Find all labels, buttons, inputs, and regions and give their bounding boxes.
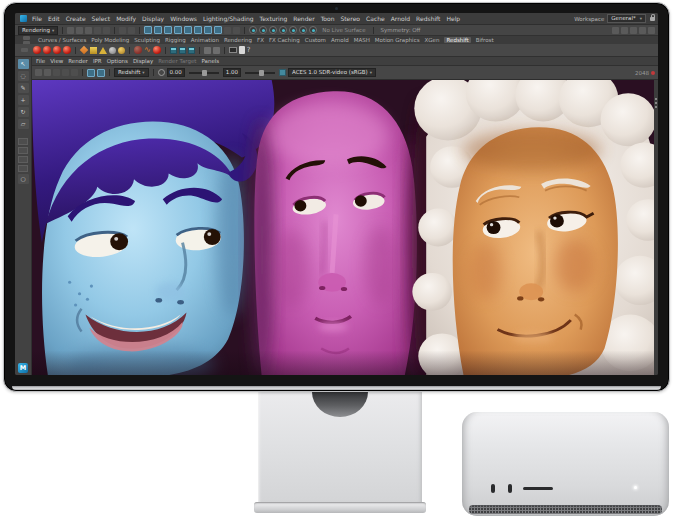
construction-history-icon[interactable]: [249, 26, 257, 34]
rotate-tool-icon[interactable]: ↻: [18, 107, 29, 117]
save-scene-icon[interactable]: [85, 27, 92, 34]
make-live-icon[interactable]: [194, 26, 202, 34]
menu-item[interactable]: Texturing: [257, 15, 291, 22]
menu-item[interactable]: Render: [290, 15, 317, 22]
snapshot-icon[interactable]: [35, 69, 42, 76]
panel-handle[interactable]: [654, 80, 658, 375]
colorspace-checkbox[interactable]: [279, 69, 286, 76]
redshift-volume-icon[interactable]: [153, 46, 161, 54]
redshift-incandescent-icon[interactable]: [63, 46, 71, 54]
output-connections-icon[interactable]: [233, 27, 240, 34]
snap-view-plane-icon[interactable]: [184, 26, 192, 34]
symmetry-label[interactable]: Symmetry: Off: [381, 27, 421, 33]
workspace-dropdown[interactable]: General*: [607, 14, 646, 23]
render-view-menu-item[interactable]: Display: [133, 58, 153, 64]
redshift-portal-light-icon[interactable]: [99, 47, 107, 54]
shelf-tab[interactable]: MASH: [354, 37, 370, 43]
render-view-menu-item[interactable]: View: [50, 58, 63, 64]
shelf-tab[interactable]: Custom: [305, 37, 326, 43]
sidebar-modeling-toolkit-icon[interactable]: [612, 27, 619, 34]
render-region-icon[interactable]: [97, 69, 105, 77]
menu-item[interactable]: Lighting/Shading: [200, 15, 257, 22]
gamma-value[interactable]: 1.00: [223, 68, 241, 77]
snap-mode-icon[interactable]: [204, 26, 212, 34]
renderer-dropdown[interactable]: Redshift: [114, 68, 149, 77]
render-view-menu-item[interactable]: Options: [107, 58, 128, 64]
shelf-tab[interactable]: Redshift: [444, 37, 470, 43]
redshift-physical-light-icon[interactable]: [80, 46, 88, 54]
menu-item[interactable]: Arnold: [388, 15, 413, 22]
light-editor-icon[interactable]: [299, 26, 307, 34]
sidebar-attribute-editor-icon[interactable]: [621, 27, 628, 34]
render-settings-icon[interactable]: [279, 26, 287, 34]
release-notes-icon[interactable]: [239, 46, 245, 54]
zoom-out-icon[interactable]: [53, 69, 60, 76]
shelf-tab[interactable]: Sculpting: [134, 37, 160, 43]
ipr-render-icon[interactable]: [269, 26, 277, 34]
new-scene-icon[interactable]: [67, 27, 74, 34]
menu-item[interactable]: Edit: [45, 15, 63, 22]
menu-item[interactable]: Toon: [318, 15, 338, 22]
menu-item[interactable]: Select: [89, 15, 114, 22]
shelf-tab[interactable]: FX Caching: [269, 37, 300, 43]
layout-persp-outliner-icon[interactable]: [18, 156, 28, 163]
menu-item[interactable]: Windows: [167, 15, 200, 22]
paint-select-tool-icon[interactable]: ✎: [18, 83, 29, 93]
maya-app-menu-icon[interactable]: [20, 15, 27, 22]
maya-app-icon[interactable]: M: [18, 363, 28, 373]
menu-item[interactable]: Create: [63, 15, 89, 22]
shelf-tab[interactable]: Arnold: [331, 37, 349, 43]
sidebar-channel-box-icon[interactable]: [639, 27, 646, 34]
scale-tool-icon[interactable]: ▱: [18, 119, 29, 129]
render-view-menu-item[interactable]: Panels: [202, 58, 220, 64]
menu-set-dropdown[interactable]: Rendering: [18, 26, 58, 35]
redshift-dome-light-icon[interactable]: [90, 47, 97, 54]
snap-release-icon[interactable]: [214, 26, 222, 34]
shelf-menu-icon[interactable]: [17, 48, 31, 52]
snap-projected-center-icon[interactable]: [174, 26, 182, 34]
menu-item[interactable]: Cache: [363, 15, 388, 22]
snap-curve-icon[interactable]: [154, 26, 162, 34]
zoom-in-icon[interactable]: [71, 69, 78, 76]
redshift-trace-set-icon[interactable]: [188, 47, 195, 54]
redshift-bake-icon[interactable]: [204, 47, 211, 54]
exposure-value[interactable]: 0.00: [167, 68, 185, 77]
sidebar-outliner-icon[interactable]: [648, 27, 655, 34]
open-scene-icon[interactable]: [76, 27, 83, 34]
gear-icon[interactable]: [158, 69, 165, 76]
gamma-slider[interactable]: [245, 72, 275, 74]
menu-item[interactable]: Redshift: [413, 15, 443, 22]
layout-four-pane-icon[interactable]: [18, 147, 28, 154]
move-tool-icon[interactable]: +: [18, 95, 29, 105]
redshift-sprite-icon[interactable]: [53, 46, 61, 54]
shelf-tab[interactable]: Rendering: [224, 37, 252, 43]
redshift-help-icon[interactable]: [247, 47, 251, 54]
start-ipr-icon[interactable]: [87, 69, 95, 77]
render-view-menu-item[interactable]: IPR: [93, 58, 102, 64]
shelf-tab[interactable]: Motion Graphics: [375, 37, 420, 43]
undo-icon[interactable]: [94, 27, 101, 34]
selection-mask-icon[interactable]: [119, 27, 126, 34]
render-image[interactable]: [32, 80, 654, 375]
shelf-tab[interactable]: FX: [257, 37, 264, 43]
shelf-tab[interactable]: Curves / Surfaces: [38, 37, 86, 43]
redshift-camera-icon[interactable]: [213, 47, 220, 54]
redo-icon[interactable]: [103, 27, 110, 34]
shelf-tab[interactable]: Animation: [191, 37, 219, 43]
render-view-icon[interactable]: [229, 47, 237, 53]
paint-effects-icon[interactable]: [309, 26, 317, 34]
render-view-menu-item[interactable]: Render Target: [158, 58, 196, 64]
shelf-tab[interactable]: Bifrost: [476, 37, 494, 43]
selection-mask-icon[interactable]: [128, 27, 135, 34]
hypershade-icon[interactable]: [289, 26, 297, 34]
redshift-material-blend-icon[interactable]: [43, 46, 51, 54]
shelf-tab[interactable]: XGen: [425, 37, 440, 43]
input-connections-icon[interactable]: [224, 27, 231, 34]
lasso-tool-icon[interactable]: ◌: [18, 71, 29, 81]
menu-item[interactable]: Modify: [113, 15, 139, 22]
redshift-hair-icon[interactable]: ∿: [144, 46, 151, 54]
lock-icon[interactable]: [650, 17, 655, 21]
snap-grid-icon[interactable]: [144, 26, 152, 34]
redshift-object-set-icon[interactable]: [170, 47, 177, 54]
redshift-sun-light-icon[interactable]: [118, 47, 125, 54]
